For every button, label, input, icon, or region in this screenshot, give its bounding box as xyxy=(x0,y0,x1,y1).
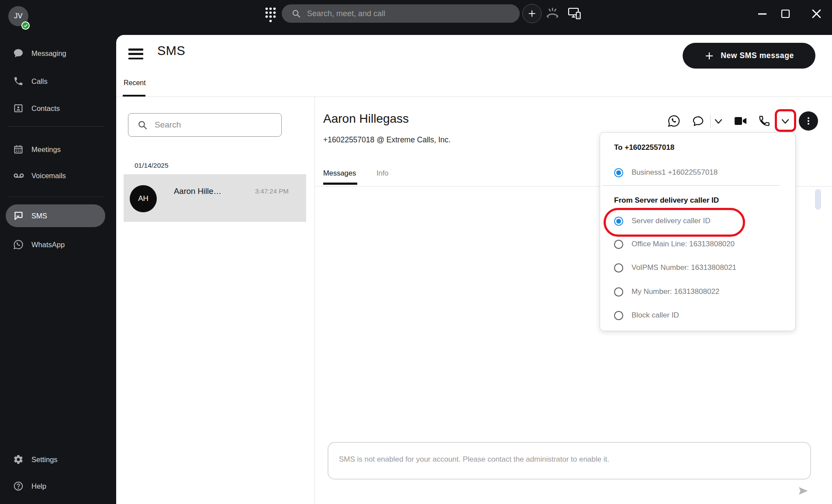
sidebar-label: Meetings xyxy=(31,145,61,154)
search-icon xyxy=(137,120,148,130)
chevron-down-icon xyxy=(713,117,724,126)
minimize-button[interactable] xyxy=(753,5,771,22)
message-action-button[interactable] xyxy=(692,115,704,127)
send-button[interactable] xyxy=(797,485,809,497)
app-window: JV xyxy=(0,0,832,504)
tab-messages-underline xyxy=(323,183,357,185)
radio-option-office-main-line[interactable]: Office Main Line: 16313808020 xyxy=(614,238,735,251)
sidebar-label: Calls xyxy=(31,77,48,86)
radio-unselected-icon xyxy=(614,287,623,297)
tab-recent[interactable]: Recent xyxy=(124,79,146,87)
radio-unselected-icon xyxy=(614,240,623,249)
list-chat-divider xyxy=(314,97,315,504)
devices-icon[interactable] xyxy=(568,7,582,20)
new-sms-message-button[interactable]: New SMS message xyxy=(683,43,815,69)
tab-messages[interactable]: Messages xyxy=(323,169,356,177)
search-icon xyxy=(291,9,301,18)
radio-option-business1[interactable]: Business1 +16022557018 xyxy=(614,166,718,179)
global-search-input[interactable] xyxy=(306,9,496,19)
sidebar-item-calls[interactable]: Calls xyxy=(0,71,116,92)
plus-icon xyxy=(704,51,715,61)
sidebar-divider xyxy=(8,126,105,127)
sidebar-label: Voicemails xyxy=(31,172,66,180)
radio-unselected-icon xyxy=(614,311,623,320)
conversation-search-input[interactable] xyxy=(154,120,260,130)
dropdown-from-heading: From Server delivery caller ID xyxy=(614,196,719,205)
global-search[interactable] xyxy=(282,4,520,23)
sidebar-item-whatsapp[interactable]: WhatsApp xyxy=(0,234,116,255)
radio-label: Block caller ID xyxy=(632,311,679,320)
new-action-button[interactable] xyxy=(522,4,542,23)
calendar-icon xyxy=(13,144,24,155)
video-call-button[interactable] xyxy=(733,115,748,127)
chat-contact-name: Aaron Hillegass xyxy=(323,112,409,126)
sidebar-label: Messaging xyxy=(31,49,66,58)
new-sms-message-label: New SMS message xyxy=(721,51,794,60)
radio-label: VoIPMS Number: 16313808021 xyxy=(632,263,736,272)
hamburger-menu-icon[interactable] xyxy=(128,48,143,59)
message-dropdown-button[interactable] xyxy=(713,117,724,126)
call-button[interactable] xyxy=(758,115,770,127)
sidebar-item-messaging[interactable]: Messaging xyxy=(0,43,116,64)
sidebar-item-voicemails[interactable]: Voicemails xyxy=(0,165,116,186)
radio-option-voipms-number[interactable]: VoIPMS Number: 16313808021 xyxy=(614,261,736,274)
annotation-highlight-call-dropdown xyxy=(775,109,796,132)
tab-info[interactable]: Info xyxy=(376,169,389,177)
sidebar-item-settings[interactable]: Settings xyxy=(0,449,116,470)
conversation-date: 01/14/2025 xyxy=(135,162,169,169)
whatsapp-icon xyxy=(13,239,24,250)
sidebar-item-sms[interactable]: SMS xyxy=(6,204,105,227)
presence-available-icon xyxy=(21,21,30,30)
close-button[interactable] xyxy=(808,5,825,22)
minimize-icon xyxy=(757,8,768,19)
close-icon xyxy=(811,8,822,19)
message-composer[interactable]: SMS is not enabled for your account. Ple… xyxy=(328,442,811,480)
conversation-time: 3:47:24 PM xyxy=(255,187,289,195)
sidebar-label: Help xyxy=(31,482,46,490)
phone-icon xyxy=(758,115,770,127)
contact-initials: AH xyxy=(138,194,148,203)
sidebar-item-meetings[interactable]: Meetings xyxy=(0,139,116,160)
radio-label: My Number: 16313808022 xyxy=(632,287,719,296)
plus-icon xyxy=(527,9,537,18)
dropdown-to-heading: To +16022557018 xyxy=(614,143,674,152)
tabs-divider xyxy=(116,97,832,97)
dropdown-divider xyxy=(602,185,780,186)
chat-contact-detail: +16022557018 @ Extreme Calls, Inc. xyxy=(323,135,451,145)
page-title: SMS xyxy=(157,44,185,58)
video-camera-icon xyxy=(733,115,748,127)
more-options-button[interactable] xyxy=(799,111,818,131)
sidebar-label: Contacts xyxy=(31,104,60,113)
voicemail-icon xyxy=(13,170,24,181)
radio-option-my-number[interactable]: My Number: 16313808022 xyxy=(614,285,719,298)
sidebar-divider xyxy=(8,197,105,197)
dialpad-icon[interactable] xyxy=(265,7,276,24)
phone-icon xyxy=(13,76,24,86)
maximize-icon xyxy=(780,9,791,19)
conversation-search[interactable] xyxy=(128,113,282,137)
incoming-call-icon[interactable] xyxy=(545,7,560,20)
action-divider xyxy=(710,114,711,128)
scrollbar-thumb[interactable] xyxy=(815,189,821,210)
sidebar-item-help[interactable]: Help xyxy=(0,476,116,497)
sidebar-item-contacts[interactable]: Contacts xyxy=(0,98,116,119)
sidebar-label: SMS xyxy=(31,212,47,220)
sidebar-label: WhatsApp xyxy=(31,241,65,249)
more-vertical-icon xyxy=(803,116,814,126)
caller-id-dropdown: To +16022557018 Business1 +16022557018 F… xyxy=(600,132,796,331)
whatsapp-action-button[interactable] xyxy=(667,114,680,128)
help-icon xyxy=(13,481,24,491)
conversation-name: Aaron Hille… xyxy=(174,186,221,196)
whatsapp-icon xyxy=(667,114,680,128)
radio-option-block-caller-id[interactable]: Block caller ID xyxy=(614,309,679,322)
maximize-button[interactable] xyxy=(777,5,794,22)
radio-label: Business1 +16022557018 xyxy=(632,168,718,177)
avatar-initials: JV xyxy=(14,12,23,20)
chat-bubble-icon xyxy=(692,115,704,127)
radio-selected-icon xyxy=(614,168,623,177)
send-icon xyxy=(797,485,809,497)
composer-placeholder: SMS is not enabled for your account. Ple… xyxy=(339,455,609,464)
chat-bubble-icon xyxy=(13,48,24,59)
radio-label: Office Main Line: 16313808020 xyxy=(632,240,735,249)
contact-card-icon xyxy=(13,103,24,114)
